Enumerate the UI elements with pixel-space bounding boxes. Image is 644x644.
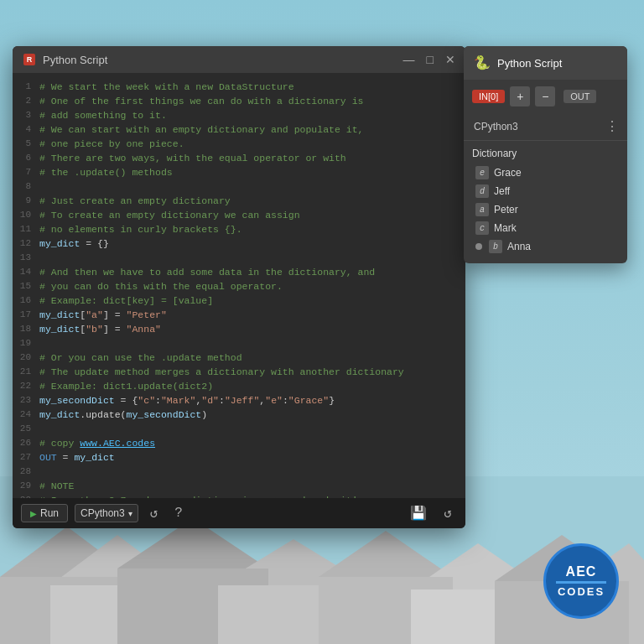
engine-select[interactable]: CPython3 ▾ [75,504,138,522]
close-button[interactable]: ✕ [445,54,455,65]
editor-title: Python Script [43,54,403,66]
code-line: # One of the first things we can do with… [39,94,459,108]
line-number: 11 [19,222,31,236]
refresh-icon[interactable]: ↺ [145,503,164,523]
line-number: 1 [19,80,31,94]
dictionary-item: cMark [472,220,619,236]
dict-item-value: Grace [494,167,522,179]
code-line: my_dict["a"] = "Peter" [39,308,459,322]
code-line: # We start the week with a new DataStruc… [39,80,459,94]
code-line: # one piece by one piece. [39,137,459,151]
code-line: my_dict["b"] = "Anna" [39,322,459,336]
dictionary-title: Dictionary [472,148,619,159]
aec-underline [556,581,606,584]
side-panel-title: Python Script [497,57,562,70]
dict-item-key: e [475,166,489,179]
aec-logo: AEC CODES [543,543,619,619]
add-input-button[interactable]: + [510,86,530,106]
side-panel-header: 🐍 Python Script [464,46,627,80]
line-number: 8 [19,179,31,194]
code-line: my_dict = {} [39,236,459,251]
code-area[interactable]: # We start the week with a new DataStruc… [36,73,465,498]
dictionary-section: Dictionary eGracedJeffaPetercMarkbAnna [464,141,627,263]
code-line: # Example: dict1.update(dict2) [39,379,459,393]
line-number: 28 [19,465,31,479]
line-number: 21 [19,365,31,379]
more-options-button[interactable]: ⋮ [605,118,619,135]
line-number: 5 [19,137,31,151]
editor-window: R Python Script — □ ✕ 123456789101112131… [13,46,465,528]
dict-item-value: Peter [494,204,518,216]
code-line: my_secondDict = {"c":"Mark","d":"Jeff","… [39,393,459,408]
code-line: # And then we have to add some data in t… [39,265,459,279]
dict-item-indicator [475,243,482,250]
out-badge: OUT [564,90,596,103]
side-panel-controls: IN[0] + − OUT [464,80,627,113]
dictionary-item: bAnna [472,238,619,255]
code-line: # The update method merges a dictionary … [39,365,459,379]
dict-item-key: a [475,203,489,216]
aec-text: AEC [566,564,597,579]
code-line [39,179,459,194]
line-number: 10 [19,208,31,222]
engine-name: CPython3 [474,121,605,132]
side-panel: 🐍 Python Script IN[0] + − OUT CPython3 ⋮… [464,46,627,263]
remove-input-button[interactable]: − [535,86,555,106]
dict-item-key: b [489,240,502,253]
code-line: # the .update() methods [39,165,459,179]
dict-item-value: Mark [494,222,517,234]
dict-item-value: Jeff [494,185,510,197]
in-badge: IN[0] [472,90,505,103]
undo-icon[interactable]: ↺ [439,503,457,523]
code-line: # no elements in curly brackets {}. [39,222,459,236]
minimize-button[interactable]: — [403,54,415,65]
run-label: Run [40,507,59,519]
code-line: # Example: dict[key] = [value] [39,293,459,308]
line-number: 7 [19,165,31,179]
line-number: 25 [19,422,31,436]
code-line: # To create an empty dictionary we can a… [39,208,459,222]
run-icon: ▶ [30,509,37,518]
window-controls: — □ ✕ [403,54,455,65]
code-line: # We can start with an empty dictionary … [39,122,459,137]
line-number: 13 [19,251,31,265]
dictionary-item: eGrace [472,164,619,181]
editor-titlebar: R Python Script — □ ✕ [13,46,465,73]
dictionary-item: dJeff [472,183,619,200]
dictionary-item: aPeter [472,201,619,218]
line-number: 9 [19,194,31,208]
code-line [39,336,459,351]
line-number: 19 [19,336,31,351]
line-number: 23 [19,393,31,408]
line-number: 3 [19,108,31,122]
line-number: 26 [19,436,31,450]
chevron-down-icon: ▾ [128,509,132,518]
line-number: 24 [19,408,31,422]
dict-item-key: c [475,221,489,235]
r-icon: R [23,54,35,65]
line-number: 15 [19,279,31,293]
editor-icon: R [23,53,36,66]
side-panel-engine: CPython3 ⋮ [464,113,627,141]
codes-text: CODES [558,585,605,598]
code-line: my_dict.update(my_secondDict) [39,408,459,422]
line-number: 17 [19,308,31,322]
code-line: # copy www.AEC.codes [39,436,459,450]
maximize-button[interactable]: □ [427,54,434,65]
save-icon[interactable]: 💾 [405,503,432,523]
code-line: # Or you can use the .update method [39,351,459,365]
line-number: 22 [19,379,31,393]
python-icon: 🐍 [474,55,491,71]
help-icon[interactable]: ? [169,504,188,522]
editor-toolbar: ▶ Run CPython3 ▾ ↺ ? 💾 ↺ [13,498,465,528]
engine-label: CPython3 [80,507,125,519]
line-number: 12 [19,236,31,251]
line-number: 16 [19,293,31,308]
code-line: # Just create an empty dictionary [39,194,459,208]
code-line [39,465,459,479]
line-number: 29 [19,479,31,493]
code-line: # There are two ways, with the equal ope… [39,151,459,165]
code-line: OUT = my_dict [39,450,459,465]
run-button[interactable]: ▶ Run [21,504,68,522]
line-number: 6 [19,151,31,165]
